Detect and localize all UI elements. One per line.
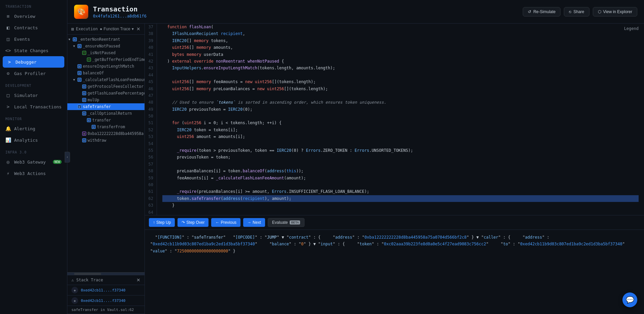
code-line: bytes memory userData [162, 51, 639, 58]
transaction-hash[interactable]: 0x4fafa1261...a8db61f6 [93, 14, 147, 19]
code-line [162, 161, 639, 168]
trace-label: _isNotPaused [88, 50, 116, 55]
view-explorer-label: View in Explorer [603, 9, 632, 14]
left-panel-header: ▤ Execution ● Function Trace ▾ ✕ [67, 24, 144, 35]
sidebar-item-label: State Changes [14, 48, 49, 53]
topbar: 🎨 Transaction 0x4fafa1261...a8db61f6 ↺ R… [67, 0, 644, 24]
trace-item[interactable]: ▸transferFrom [67, 124, 144, 130]
step-over-icon: ↷ [182, 220, 185, 225]
expand-button [77, 132, 81, 136]
stack-address[interactable]: 0xed42cb11....f37340 [81, 288, 125, 292]
sidebar-item-web3-gateway[interactable]: ◎Web3 GatewayNew [0, 156, 67, 168]
sidebar-item-simulator[interactable]: □Simulator [0, 90, 67, 101]
collapse-button[interactable]: ▼ [72, 44, 76, 48]
trace-type-icon: · [87, 58, 91, 62]
analytics-icon: 📊 [5, 137, 11, 143]
execution-label: Execution [76, 27, 98, 31]
step-up-icon: ↑ [153, 220, 155, 225]
share-button[interactable]: ⎋ Share [564, 7, 589, 16]
stack-item[interactable]: ◈0xed42cb11....f37340 [67, 295, 144, 306]
trace-item[interactable]: ▸safeTransfer [67, 103, 144, 110]
line-number: 57 [148, 161, 153, 168]
chat-button[interactable]: 💬 [622, 292, 637, 307]
line-number: 60 [148, 181, 153, 188]
expand-button [82, 58, 86, 62]
trace-item[interactable]: ◈0xba122222228d8ba445958a... [67, 130, 144, 137]
trace-item[interactable]: ▸getFlashLoanFeePercentage [67, 90, 144, 97]
function-trace-button[interactable]: ● Function Trace ▾ [100, 27, 134, 31]
collapse-button[interactable]: ▼ [67, 37, 71, 41]
close-stack-button[interactable]: ✕ [136, 277, 140, 283]
new-badge: New [53, 160, 62, 164]
view-explorer-button[interactable]: ⬡ View in Explorer [593, 7, 637, 16]
scrollbar-thumb[interactable] [74, 273, 101, 275]
line-number: 62 [148, 195, 153, 202]
trace-item[interactable]: ▸ensureInputLengthMatch [67, 63, 144, 70]
code-line: uint256[] memory preLoanBalances = new u… [162, 85, 639, 92]
sidebar-item-gas-profiler[interactable]: ⊙Gas Profiler [0, 68, 67, 79]
code-line: // Used to ensure `tokens` is sorted in … [162, 99, 639, 106]
line-number: 58 [148, 168, 153, 174]
code-line: function flashLoan( [162, 24, 639, 30]
horizontal-scrollbar[interactable] [67, 272, 144, 275]
code-line: token.safeTransfer(address(recipient), a… [162, 195, 639, 202]
code-line: IERC20 token = tokens[i]; [162, 127, 639, 133]
step-up-label: Step Up [156, 220, 171, 225]
code-line: InputHelpers.ensureInputLengthMatch(toke… [162, 65, 639, 71]
next-button[interactable]: → Next [243, 218, 265, 227]
previous-label: Previous [221, 220, 236, 225]
stack-contract-icon: ◈ [71, 287, 78, 293]
sidebar-item-label: Debugger [15, 60, 37, 65]
trace-type-icon: ◈ [82, 132, 86, 136]
trace-item[interactable]: ▸getProtocolFeesCollector [67, 83, 144, 90]
left-panel: ▤ Execution ● Function Trace ▾ ✕ ▼▸_ente… [67, 24, 145, 314]
sidebar-item-debugger[interactable]: >Debugger [3, 56, 64, 68]
sidebar-item-alerting[interactable]: 🔔Alerting [0, 123, 67, 134]
sidebar-collapse-button[interactable]: ‹ [65, 152, 70, 163]
sidebar: TRANSACTION≡Overview◧Contracts◫Events<>S… [0, 0, 67, 314]
line-number: 63 [148, 202, 153, 209]
trace-item[interactable]: ▸withdraw [67, 137, 144, 144]
trace-item[interactable]: ▼▸_ensureNotPaused [67, 43, 144, 49]
sidebar-item-state-changes[interactable]: <>State Changes [0, 45, 67, 56]
stack-trace-label: Stack Trace [76, 278, 103, 282]
trace-item[interactable]: ·_isNotPaused [67, 49, 144, 56]
sidebar-item-events[interactable]: ◫Events [0, 33, 67, 45]
collapse-button[interactable]: ▼ [72, 78, 76, 82]
expand-button [72, 105, 76, 109]
trace-item[interactable]: ▸transfer [67, 117, 144, 124]
sidebar-item-analytics[interactable]: 📊Analytics [0, 134, 67, 146]
close-panel-button[interactable]: ✕ [136, 26, 140, 32]
trace-item[interactable]: ▼▸_enterNonReentrant [67, 36, 144, 43]
code-content: function flashLoan( IFlashLoanRecipient … [157, 24, 644, 215]
code-line: IFlashLoanRecipient recipient, [162, 30, 639, 37]
previous-button[interactable]: ← Previous [211, 218, 240, 227]
sidebar-item-contracts[interactable]: ◧Contracts [0, 22, 67, 33]
step-up-button[interactable]: ↑ Step Up [149, 218, 175, 227]
sidebar-item-overview[interactable]: ≡Overview [0, 10, 67, 22]
trace-item[interactable]: ▼▸_calculateFlashLoanFeeAmount [67, 76, 144, 83]
evaluate-button[interactable]: Evaluate BETA [268, 218, 305, 227]
line-number: 45 [148, 78, 153, 85]
topbar-buttons: ↺ Re-Simulate ⎋ Share ⬡ View in Explorer [523, 7, 637, 16]
execution-icon: ▤ [71, 27, 74, 31]
trace-label: getProtocolFeesCollector [88, 84, 143, 89]
line-number: 54 [148, 140, 153, 147]
code-area[interactable]: 3738394041424344454647484950515253545556… [145, 24, 644, 215]
trace-item[interactable]: ▸_callOptionalReturn [67, 110, 144, 117]
sidebar-item-web3-actions[interactable]: ⚡Web3 Actions [0, 168, 67, 179]
expand-button [86, 125, 90, 129]
trace-type-icon: ▸ [82, 91, 86, 95]
step-over-button[interactable]: ↷ Step Over [178, 218, 208, 227]
resimulate-button[interactable]: ↺ Re-Simulate [523, 7, 560, 16]
stack-address[interactable]: 0xed42cb11....f37340 [81, 299, 125, 303]
stack-item[interactable]: ◈0xed42cb11....f37340 [67, 285, 144, 295]
debugger-output[interactable]: "[FUNCTION]" : "safeTransfer" "[OPCODE]"… [145, 230, 644, 314]
sidebar-item-local-tx[interactable]: >Local Transactions [0, 101, 67, 112]
trace-item[interactable]: ▸balanceOf [67, 70, 144, 76]
trace-item[interactable]: ·_getBufferPeriodEndTime [67, 56, 144, 63]
debugger-controls: ↑ Step Up ↷ Step Over ← Previous → Next … [145, 215, 644, 230]
trace-label: withdraw [88, 138, 106, 143]
sidebar-item-label: Gas Profiler [14, 71, 46, 76]
trace-item[interactable]: ▸mulUp [67, 97, 144, 103]
